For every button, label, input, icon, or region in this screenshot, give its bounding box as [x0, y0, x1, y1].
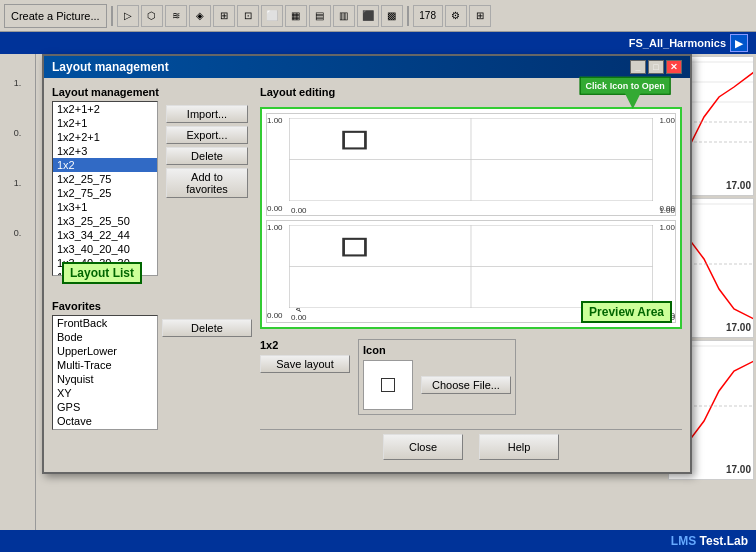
- favorites-content: FrontBackBodeUpperLowerMulti-TraceNyquis…: [52, 315, 252, 430]
- icon-section: Icon Choose File...: [358, 339, 516, 415]
- chart2-x-start: 0.00: [291, 313, 307, 322]
- toolbar-icon-9[interactable]: ▤: [309, 5, 331, 27]
- title-bar: FS_All_Harmonics ▶: [0, 32, 756, 54]
- mini-chart-1-value: 17.00: [726, 180, 751, 191]
- favorites-action-buttons: Delete: [162, 315, 252, 430]
- icon-small-square: [381, 378, 395, 392]
- icon-content: Choose File...: [363, 360, 511, 410]
- toolbar-icon-14[interactable]: ⊞: [469, 5, 491, 27]
- help-button[interactable]: Help: [479, 434, 559, 460]
- layout-list-item[interactable]: 1x3_34_22_44: [53, 228, 157, 242]
- favorites-list-item[interactable]: Multi-Trace: [53, 358, 157, 372]
- layout-list-item[interactable]: 1x3_40_20_40: [53, 242, 157, 256]
- chart1-grid: [289, 118, 653, 201]
- chart2-y-max: 1.00: [267, 223, 283, 232]
- toolbar-separator-1: [111, 6, 113, 26]
- preview-area: 1.00 0.00 0.00 1.00 1.00 0.00 Amplitude …: [260, 107, 682, 329]
- layout-name-and-save: 1x2 Save layout: [260, 339, 350, 373]
- mini-chart-3-value: 17.00: [726, 464, 751, 475]
- toolbar-icon-1[interactable]: ▷: [117, 5, 139, 27]
- toolbar-icon-10[interactable]: ▥: [333, 5, 355, 27]
- toolbar-icon-7[interactable]: ⬜: [261, 5, 283, 27]
- favorites-list[interactable]: FrontBackBodeUpperLowerMulti-TraceNyquis…: [52, 315, 158, 430]
- layout-list-item[interactable]: 1x2+1: [53, 116, 157, 130]
- layout-list-item[interactable]: 1x2_25_75: [53, 172, 157, 186]
- delete-layout-button[interactable]: Delete: [166, 147, 248, 165]
- delete-favorite-button[interactable]: Delete: [162, 319, 252, 337]
- layout-name-value: 1x2: [260, 339, 350, 351]
- dialog-footer: Close Help: [260, 429, 682, 464]
- layout-content: 1x2+1+21x2+11x2+2+11x2+31x21x2_25_751x2_…: [52, 101, 252, 276]
- favorites-list-item[interactable]: FrontBack: [53, 316, 157, 330]
- left-panel: Layout management 1x2+1+21x2+11x2+2+11x2…: [52, 86, 252, 464]
- favorites-list-item[interactable]: GPS: [53, 400, 157, 414]
- toolbar-icon-5[interactable]: ⊞: [213, 5, 235, 27]
- chart1-y-max: 1.00: [267, 116, 283, 125]
- layout-list-item[interactable]: 1x2+2+1: [53, 130, 157, 144]
- right-panel: Layout editing 1.00 0.00 0.00 1.00 1.00 …: [260, 86, 682, 464]
- chart1-x-start: 0.00: [291, 206, 307, 215]
- toolbar-number-display: 178: [413, 5, 443, 27]
- chart2-y-min: 0.00: [267, 311, 283, 320]
- layout-list-annotation: Layout List: [62, 262, 142, 284]
- favorites-list-item[interactable]: Bode: [53, 330, 157, 344]
- import-button[interactable]: Import...: [166, 105, 248, 123]
- toolbar-icon-13[interactable]: ⚙: [445, 5, 467, 27]
- layout-section-header: Layout management: [52, 86, 252, 98]
- status-bar: LMS Test.Lab: [0, 530, 756, 552]
- create-picture-button[interactable]: Create a Picture...: [4, 4, 107, 28]
- toolbar-icon-11[interactable]: ⬛: [357, 5, 379, 27]
- status-lms: LMS: [671, 534, 696, 548]
- title-arrow-button[interactable]: ▶: [730, 34, 748, 52]
- layout-action-buttons: Import... Export... Delete Add to favori…: [162, 101, 252, 276]
- chart1-y-right-max: 1.00: [659, 116, 675, 125]
- layout-list-item[interactable]: 1x3_25_25_50: [53, 214, 157, 228]
- layout-list-wrapper: 1x2+1+21x2+11x2+2+11x2+31x21x2_25_751x2_…: [52, 101, 158, 276]
- toolbar-icon-6[interactable]: ⊡: [237, 5, 259, 27]
- layout-list-item[interactable]: 1x2+1+2: [53, 102, 157, 116]
- export-button[interactable]: Export...: [166, 126, 248, 144]
- dialog-body: Layout management 1x2+1+21x2+11x2+2+11x2…: [44, 78, 690, 472]
- toolbar-icon-3[interactable]: ≋: [165, 5, 187, 27]
- chart1-y-min: 0.00: [267, 204, 283, 213]
- toolbar-icon-8[interactable]: ▦: [285, 5, 307, 27]
- dialog-titlebar: Layout management _ □ ✕: [44, 56, 690, 78]
- layout-list-item[interactable]: 1x2_75_25: [53, 186, 157, 200]
- favorites-section: Favorites FrontBackBodeUpperLowerMulti-T…: [52, 300, 252, 430]
- layout-list-item[interactable]: 1x2+3: [53, 144, 157, 158]
- layout-list-item[interactable]: 1x3+1: [53, 200, 157, 214]
- dialog-title: Layout management: [52, 60, 169, 74]
- bottom-controls: 1x2 Save layout Icon Choose File...: [260, 335, 682, 419]
- close-button[interactable]: Close: [383, 434, 463, 460]
- layout-management-section: Layout management 1x2+1+21x2+11x2+2+11x2…: [52, 86, 252, 276]
- title-text: FS_All_Harmonics: [629, 37, 726, 49]
- add-favorites-button[interactable]: Add to favorites: [166, 168, 248, 198]
- mini-chart-2-value: 17.00: [726, 322, 751, 333]
- favorites-list-item[interactable]: Octave: [53, 414, 157, 428]
- save-layout-button[interactable]: Save layout: [260, 355, 350, 373]
- chart2-y-right-max: 1.00: [659, 223, 675, 232]
- arrow-down-icon: [624, 93, 640, 109]
- layout-list-item[interactable]: 1x2: [53, 158, 157, 172]
- left-ruler: 1. 0. 1. 0.: [0, 54, 36, 530]
- toolbar-icon-12[interactable]: ▩: [381, 5, 403, 27]
- favorites-list-item[interactable]: Colormap: [53, 428, 157, 430]
- favorites-list-item[interactable]: XY: [53, 386, 157, 400]
- choose-file-button[interactable]: Choose File...: [421, 376, 511, 394]
- top-toolbar: Create a Picture... ▷ ⬡ ≋ ◈ ⊞ ⊡ ⬜ ▦ ▤ ▥ …: [0, 0, 756, 32]
- preview-chart-1: 1.00 0.00 0.00 1.00 1.00 0.00 Amplitude …: [266, 113, 676, 216]
- chart1-y-right-min: 0.00: [659, 204, 675, 213]
- toolbar-icon-4[interactable]: ◈: [189, 5, 211, 27]
- chart2-grid: [289, 225, 653, 308]
- toolbar-icon-2[interactable]: ⬡: [141, 5, 163, 27]
- icon-preview-box: [363, 360, 413, 410]
- preview-area-annotation: Preview Area: [581, 301, 672, 323]
- favorites-list-item[interactable]: UpperLower: [53, 344, 157, 358]
- layout-list[interactable]: 1x2+1+21x2+11x2+2+11x2+31x21x2_25_751x2_…: [52, 101, 158, 276]
- favorites-list-item[interactable]: Nyquist: [53, 372, 157, 386]
- status-testlab: Test.Lab: [700, 534, 748, 548]
- icon-section-title: Icon: [363, 344, 511, 356]
- favorites-header: Favorites: [52, 300, 252, 312]
- toolbar-separator-2: [407, 6, 409, 26]
